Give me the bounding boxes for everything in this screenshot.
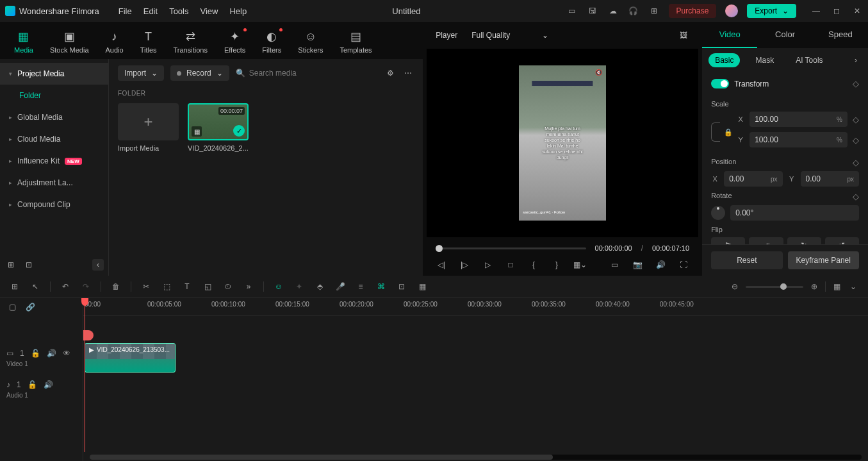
cloud-upload-icon[interactable]: ☁ bbox=[607, 5, 619, 17]
sidebar-folder[interactable]: Folder bbox=[0, 85, 108, 106]
purchase-button[interactable]: Purchase bbox=[669, 4, 717, 18]
frame-options-icon[interactable]: ▦⌄ bbox=[574, 259, 585, 271]
grid-icon[interactable]: ⊞ bbox=[9, 281, 20, 292]
save-icon[interactable]: 🖫 bbox=[587, 5, 598, 17]
timeline-ruler[interactable]: 00:00 00:00:05:00 00:00:10:00 00:00:15:0… bbox=[83, 298, 868, 316]
playhead[interactable] bbox=[85, 298, 85, 452]
filter-icon[interactable]: ⚙ bbox=[384, 67, 396, 79]
tab-filters[interactable]: ◐Filters bbox=[256, 26, 288, 59]
snapshot-button[interactable]: 📷 bbox=[632, 259, 643, 271]
tab-titles[interactable]: TTitles bbox=[134, 26, 163, 59]
flip-vertical-button[interactable]: ⧏ bbox=[749, 237, 783, 244]
sidebar-adjustment-layer[interactable]: ▸Adjustment La... bbox=[0, 172, 108, 194]
cut-button[interactable]: ✂ bbox=[140, 281, 152, 292]
fullscreen-button[interactable]: ⛶ bbox=[678, 259, 689, 271]
subtab-mask[interactable]: Mask bbox=[749, 53, 780, 67]
subtitle-icon[interactable]: ≡ bbox=[355, 281, 366, 292]
tab-stock-media[interactable]: ▣Stock Media bbox=[44, 26, 95, 59]
search-input[interactable]: 🔍Search media bbox=[236, 69, 378, 78]
tab-stickers[interactable]: ☺Stickers bbox=[291, 26, 329, 59]
speed-button[interactable]: ⏲ bbox=[222, 281, 234, 292]
keyframe-icon[interactable]: ◇ bbox=[853, 192, 859, 201]
crop-button[interactable]: ⬚ bbox=[161, 281, 172, 292]
image-tl-icon[interactable]: ▦ bbox=[416, 281, 428, 292]
mic-icon[interactable]: 🎤 bbox=[334, 281, 346, 292]
volume-button[interactable]: 🔊 bbox=[655, 259, 666, 271]
prop-tab-video[interactable]: Video bbox=[702, 22, 757, 48]
chevron-down-icon[interactable]: ⌄ bbox=[848, 281, 859, 292]
sidebar-project-media[interactable]: ▾Project Media bbox=[0, 63, 108, 85]
chevron-right-icon[interactable]: › bbox=[850, 54, 862, 66]
player-scrubber[interactable] bbox=[436, 247, 585, 249]
lock-icon[interactable]: 🔒 bbox=[724, 128, 733, 137]
pos-y-input[interactable]: 0.00px bbox=[801, 171, 859, 187]
maximize-button[interactable]: ◻ bbox=[831, 5, 842, 17]
delete-button[interactable]: 🗑 bbox=[110, 281, 122, 292]
tab-audio[interactable]: ♪Audio bbox=[99, 26, 130, 59]
subtab-basic[interactable]: Basic bbox=[708, 53, 740, 67]
stop-button[interactable]: □ bbox=[505, 259, 516, 271]
rotate-input[interactable]: 0.00° bbox=[730, 205, 859, 221]
tab-transitions[interactable]: ⇄Transitions bbox=[167, 26, 214, 59]
ai-button[interactable]: ☺ bbox=[273, 281, 284, 292]
device-icon[interactable]: ▭ bbox=[566, 5, 578, 17]
user-avatar[interactable] bbox=[725, 4, 738, 17]
tab-templates[interactable]: ▤Templates bbox=[333, 26, 378, 59]
menu-view[interactable]: View bbox=[200, 6, 218, 16]
tab-effects[interactable]: ✦Effects bbox=[218, 26, 252, 59]
text-button[interactable]: T bbox=[181, 281, 193, 292]
timeline-view-icon[interactable]: ▦ bbox=[831, 281, 842, 292]
magnet-icon[interactable]: ⌘ bbox=[375, 281, 387, 292]
menu-file[interactable]: File bbox=[119, 6, 132, 16]
keyframe-icon[interactable]: ◇ bbox=[853, 79, 859, 88]
video-track-header[interactable]: ▭1🔓🔊👁 Video 1 bbox=[0, 339, 83, 376]
subtab-ai-tools[interactable]: AI Tools bbox=[789, 53, 829, 67]
flip-horizontal-button[interactable]: ⧎ bbox=[711, 237, 745, 244]
close-button[interactable]: ✕ bbox=[851, 5, 863, 17]
link-icon[interactable]: 🔗 bbox=[24, 301, 36, 313]
pointer-icon[interactable]: ↖ bbox=[29, 281, 41, 292]
mark-out-button[interactable]: } bbox=[551, 259, 562, 271]
sidebar-global-media[interactable]: ▸Global Media bbox=[0, 106, 108, 128]
timeline-clip[interactable]: ▶VID_20240626_213503... bbox=[85, 343, 176, 373]
image-icon[interactable]: 🖼 bbox=[678, 29, 689, 41]
collapse-sidebar-icon[interactable]: ‹ bbox=[92, 259, 104, 271]
menu-tools[interactable]: Tools bbox=[169, 6, 188, 16]
player-viewport[interactable]: Mujhe pta hai tum mere Bina bahut sukoon… bbox=[427, 49, 698, 237]
import-media-tile[interactable]: + Import Media bbox=[118, 103, 179, 152]
scale-x-input[interactable]: 100.00% bbox=[749, 112, 848, 127]
timeline-tracks-area[interactable]: 00:00 00:00:05:00 00:00:10:00 00:00:15:0… bbox=[83, 298, 868, 461]
new-folder-icon[interactable]: ⊞ bbox=[5, 259, 17, 271]
folder-options-icon[interactable]: ⊡ bbox=[23, 259, 35, 271]
zoom-in-button[interactable]: ⊕ bbox=[808, 281, 820, 292]
record-dropdown[interactable]: Record⌄ bbox=[170, 65, 229, 81]
pos-x-input[interactable]: 0.00px bbox=[724, 171, 782, 187]
scale-y-input[interactable]: 100.00% bbox=[749, 132, 848, 147]
visibility-icon[interactable]: 👁 bbox=[63, 349, 70, 358]
export-button[interactable]: Export⌄ bbox=[747, 4, 796, 18]
zoom-slider[interactable] bbox=[746, 286, 803, 288]
minimize-button[interactable]: — bbox=[810, 5, 822, 17]
transform-toggle[interactable] bbox=[711, 79, 729, 88]
menu-edit[interactable]: Edit bbox=[143, 6, 158, 16]
record-tl-icon[interactable]: ⊡ bbox=[396, 281, 407, 292]
prev-frame-button[interactable]: ◁| bbox=[436, 259, 447, 271]
sidebar-cloud-media[interactable]: ▸Cloud Media bbox=[0, 128, 108, 150]
rotate-ccw-button[interactable]: ↺ bbox=[825, 237, 859, 244]
prop-tab-color[interactable]: Color bbox=[757, 22, 812, 48]
tab-media[interactable]: ▦Media bbox=[8, 26, 40, 59]
headphones-icon[interactable]: 🎧 bbox=[628, 5, 639, 17]
more-tools-icon[interactable]: » bbox=[243, 281, 254, 292]
media-clip-tile[interactable]: 00:00:07 ▦ ✓ VID_20240626_2... bbox=[188, 103, 249, 152]
menu-help[interactable]: Help bbox=[229, 6, 247, 16]
enhance-icon[interactable]: ✦ bbox=[293, 281, 305, 292]
lock-icon[interactable]: 🔓 bbox=[31, 349, 40, 358]
undo-button[interactable]: ↶ bbox=[60, 281, 71, 292]
import-dropdown[interactable]: Import⌄ bbox=[118, 65, 164, 81]
sidebar-compound-clip[interactable]: ▸Compound Clip bbox=[0, 194, 108, 215]
zoom-out-button[interactable]: ⊖ bbox=[729, 281, 741, 292]
prop-tab-speed[interactable]: Speed bbox=[813, 22, 868, 48]
reset-button[interactable]: Reset bbox=[711, 251, 782, 269]
redo-button[interactable]: ↷ bbox=[80, 281, 92, 292]
keyframe-icon[interactable]: ◇ bbox=[853, 115, 859, 124]
